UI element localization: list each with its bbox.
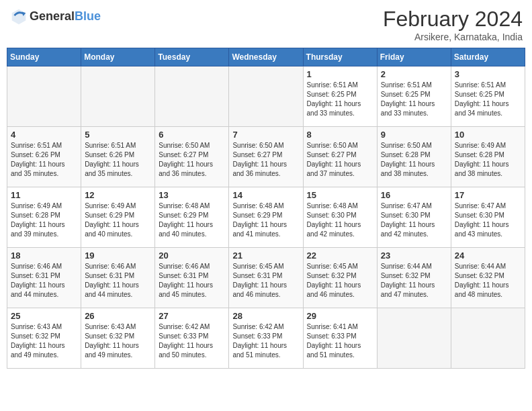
calendar-week-1: 1Sunrise: 6:51 AMSunset: 6:25 PMDaylight… — [7, 66, 525, 127]
calendar-cell: 18Sunrise: 6:46 AMSunset: 6:31 PMDayligh… — [7, 248, 81, 308]
calendar-cell: 7Sunrise: 6:50 AMSunset: 6:27 PMDaylight… — [229, 127, 303, 187]
day-info: Sunrise: 6:43 AMSunset: 6:32 PMDaylight:… — [85, 322, 151, 360]
header-row: Sunday Monday Tuesday Wednesday Thursday… — [7, 48, 525, 66]
col-saturday: Saturday — [451, 48, 525, 66]
calendar-cell — [7, 66, 81, 127]
day-info: Sunrise: 6:47 AMSunset: 6:30 PMDaylight:… — [381, 201, 447, 239]
day-number: 23 — [381, 250, 447, 261]
calendar-cell: 22Sunrise: 6:45 AMSunset: 6:32 PMDayligh… — [303, 248, 377, 308]
day-info: Sunrise: 6:42 AMSunset: 6:33 PMDaylight:… — [159, 322, 225, 360]
calendar-cell: 26Sunrise: 6:43 AMSunset: 6:32 PMDayligh… — [81, 308, 155, 369]
calendar-cell — [451, 308, 525, 369]
day-number: 8 — [307, 130, 373, 140]
day-info: Sunrise: 6:50 AMSunset: 6:27 PMDaylight:… — [307, 141, 373, 179]
calendar-week-5: 25Sunrise: 6:43 AMSunset: 6:32 PMDayligh… — [7, 308, 525, 369]
day-number: 16 — [381, 190, 447, 200]
day-number: 19 — [85, 250, 151, 261]
day-info: Sunrise: 6:45 AMSunset: 6:32 PMDaylight:… — [307, 262, 373, 300]
calendar-cell — [81, 66, 155, 127]
calendar-cell: 21Sunrise: 6:45 AMSunset: 6:31 PMDayligh… — [229, 248, 303, 308]
calendar-cell: 28Sunrise: 6:42 AMSunset: 6:33 PMDayligh… — [229, 308, 303, 369]
calendar-cell: 13Sunrise: 6:48 AMSunset: 6:29 PMDayligh… — [155, 187, 229, 248]
calendar-cell: 23Sunrise: 6:44 AMSunset: 6:32 PMDayligh… — [377, 248, 451, 308]
day-number: 12 — [85, 190, 151, 200]
calendar-cell: 4Sunrise: 6:51 AMSunset: 6:26 PMDaylight… — [7, 127, 81, 187]
day-number: 13 — [159, 190, 225, 200]
day-info: Sunrise: 6:51 AMSunset: 6:25 PMDaylight:… — [381, 81, 447, 118]
day-info: Sunrise: 6:44 AMSunset: 6:32 PMDaylight:… — [455, 262, 521, 300]
col-monday: Monday — [81, 48, 155, 66]
day-info: Sunrise: 6:41 AMSunset: 6:33 PMDaylight:… — [307, 322, 373, 360]
day-number: 5 — [85, 130, 151, 140]
col-friday: Friday — [377, 48, 451, 66]
day-number: 6 — [159, 130, 225, 140]
calendar-cell: 6Sunrise: 6:50 AMSunset: 6:27 PMDaylight… — [155, 127, 229, 187]
day-info: Sunrise: 6:46 AMSunset: 6:31 PMDaylight:… — [159, 262, 225, 300]
calendar-week-2: 4Sunrise: 6:51 AMSunset: 6:26 PMDaylight… — [7, 127, 525, 187]
day-info: Sunrise: 6:50 AMSunset: 6:27 PMDaylight:… — [159, 141, 225, 179]
day-info: Sunrise: 6:46 AMSunset: 6:31 PMDaylight:… — [85, 262, 151, 300]
day-info: Sunrise: 6:47 AMSunset: 6:30 PMDaylight:… — [455, 201, 521, 239]
day-info: Sunrise: 6:49 AMSunset: 6:28 PMDaylight:… — [455, 141, 521, 179]
day-number: 11 — [11, 190, 77, 200]
day-info: Sunrise: 6:46 AMSunset: 6:31 PMDaylight:… — [11, 262, 77, 300]
calendar-cell: 15Sunrise: 6:48 AMSunset: 6:30 PMDayligh… — [303, 187, 377, 248]
day-number: 17 — [455, 190, 521, 200]
calendar-cell: 27Sunrise: 6:42 AMSunset: 6:33 PMDayligh… — [155, 308, 229, 369]
day-number: 28 — [232, 311, 299, 321]
logo-icon — [9, 7, 28, 26]
calendar-cell: 5Sunrise: 6:51 AMSunset: 6:26 PMDaylight… — [81, 127, 155, 187]
day-number: 14 — [232, 190, 299, 200]
day-number: 10 — [455, 130, 521, 140]
col-tuesday: Tuesday — [155, 48, 229, 66]
col-wednesday: Wednesday — [229, 48, 303, 66]
day-number: 26 — [85, 311, 151, 321]
logo-general-text: GeneralBlue — [30, 9, 101, 24]
calendar-week-3: 11Sunrise: 6:49 AMSunset: 6:28 PMDayligh… — [7, 187, 525, 248]
day-number: 18 — [11, 250, 77, 261]
calendar-cell: 11Sunrise: 6:49 AMSunset: 6:28 PMDayligh… — [7, 187, 81, 248]
location: Arsikere, Karnataka, India — [383, 32, 523, 42]
calendar-cell: 14Sunrise: 6:48 AMSunset: 6:29 PMDayligh… — [229, 187, 303, 248]
calendar-cell: 25Sunrise: 6:43 AMSunset: 6:32 PMDayligh… — [7, 308, 81, 369]
calendar-cell — [155, 66, 229, 127]
calendar-cell: 3Sunrise: 6:51 AMSunset: 6:25 PMDaylight… — [451, 66, 525, 127]
col-sunday: Sunday — [7, 48, 81, 66]
col-thursday: Thursday — [303, 48, 377, 66]
calendar-cell: 16Sunrise: 6:47 AMSunset: 6:30 PMDayligh… — [377, 187, 451, 248]
calendar-cell: 1Sunrise: 6:51 AMSunset: 6:25 PMDaylight… — [303, 66, 377, 127]
day-info: Sunrise: 6:49 AMSunset: 6:29 PMDaylight:… — [85, 201, 151, 239]
day-number: 25 — [11, 311, 77, 321]
calendar-cell: 12Sunrise: 6:49 AMSunset: 6:29 PMDayligh… — [81, 187, 155, 248]
day-info: Sunrise: 6:42 AMSunset: 6:33 PMDaylight:… — [232, 322, 299, 360]
day-number: 2 — [381, 69, 447, 79]
day-info: Sunrise: 6:51 AMSunset: 6:26 PMDaylight:… — [85, 141, 151, 179]
day-number: 27 — [159, 311, 225, 321]
day-number: 9 — [381, 130, 447, 140]
day-number: 3 — [455, 69, 521, 79]
day-info: Sunrise: 6:49 AMSunset: 6:28 PMDaylight:… — [11, 201, 77, 239]
day-info: Sunrise: 6:48 AMSunset: 6:29 PMDaylight:… — [232, 201, 299, 239]
day-info: Sunrise: 6:48 AMSunset: 6:29 PMDaylight:… — [159, 201, 225, 239]
day-info: Sunrise: 6:45 AMSunset: 6:31 PMDaylight:… — [232, 262, 299, 300]
day-number: 21 — [232, 250, 299, 261]
page-header: GeneralBlue February 2024 Arsikere, Karn… — [7, 7, 525, 42]
day-info: Sunrise: 6:50 AMSunset: 6:27 PMDaylight:… — [232, 141, 299, 179]
day-info: Sunrise: 6:43 AMSunset: 6:32 PMDaylight:… — [11, 322, 77, 360]
calendar-cell: 24Sunrise: 6:44 AMSunset: 6:32 PMDayligh… — [451, 248, 525, 308]
day-number: 22 — [307, 250, 373, 261]
month-title: February 2024 — [383, 7, 523, 32]
day-number: 20 — [159, 250, 225, 261]
calendar-cell: 10Sunrise: 6:49 AMSunset: 6:28 PMDayligh… — [451, 127, 525, 187]
calendar-table: Sunday Monday Tuesday Wednesday Thursday… — [7, 48, 525, 369]
day-info: Sunrise: 6:50 AMSunset: 6:28 PMDaylight:… — [381, 141, 447, 179]
day-info: Sunrise: 6:48 AMSunset: 6:30 PMDaylight:… — [307, 201, 373, 239]
calendar-cell — [377, 308, 451, 369]
logo: GeneralBlue — [9, 7, 101, 26]
day-number: 4 — [11, 130, 77, 140]
calendar-cell: 29Sunrise: 6:41 AMSunset: 6:33 PMDayligh… — [303, 308, 377, 369]
calendar-cell: 17Sunrise: 6:47 AMSunset: 6:30 PMDayligh… — [451, 187, 525, 248]
calendar-cell: 8Sunrise: 6:50 AMSunset: 6:27 PMDaylight… — [303, 127, 377, 187]
day-info: Sunrise: 6:44 AMSunset: 6:32 PMDaylight:… — [381, 262, 447, 300]
calendar-cell: 19Sunrise: 6:46 AMSunset: 6:31 PMDayligh… — [81, 248, 155, 308]
